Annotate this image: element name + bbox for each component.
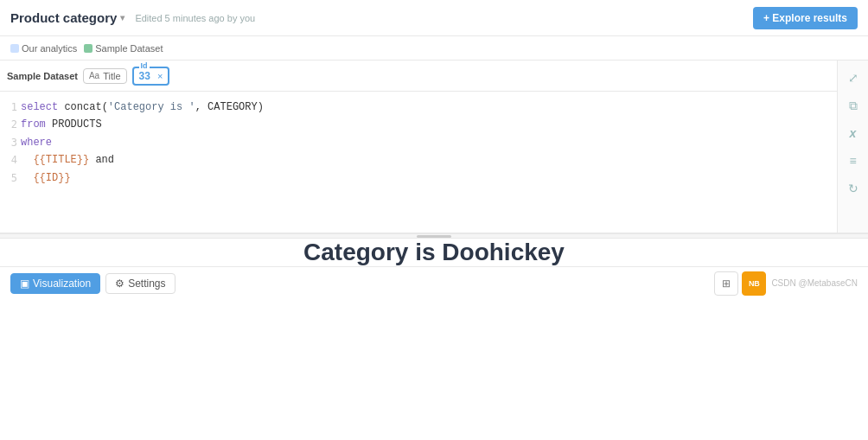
breadcrumb-analytics[interactable]: Our analytics [10,43,77,54]
title-text: Product category [10,10,117,25]
line-num-2: 2 [5,116,17,133]
header: Product category ▾ Edited 5 minutes ago … [0,0,868,36]
sql-line-4: {{TITLE}} and [21,151,830,169]
breadcrumb: Our analytics Sample Dataset [0,36,868,61]
menu-icon[interactable]: ≡ [841,149,865,173]
close-icon[interactable]: × [157,71,163,81]
visualization-button[interactable]: ▣ Visualization [10,273,100,294]
text-filter-icon: Aa [89,71,99,80]
line-numbers: 1 2 3 4 5 [5,99,17,187]
visualization-icon: ▣ [20,277,29,290]
explore-results-button[interactable]: + Explore results [753,7,858,29]
settings-icon: ⚙ [115,277,124,290]
query-area: Sample Dataset Aa Title Id 33 × 1 2 3 4 … [0,61,868,233]
breadcrumb-analytics-label: Our analytics [22,43,77,54]
page-title: Product category ▾ [10,10,124,25]
settings-label: Settings [128,277,165,290]
id-filter-title: Id [139,61,150,70]
nb-button[interactable]: NB [742,271,766,296]
analytics-icon [10,44,19,53]
copy-icon[interactable]: ⧉ [841,93,865,118]
expand-icon[interactable]: ⤢ [841,66,865,90]
right-sidebar: ⤢ ⧉ x ≡ ↻ [837,61,868,233]
watermark: CSDN @MetabaseCN [771,278,858,288]
filter-bar: Sample Dataset Aa Title Id 33 × [0,61,837,92]
header-meta: Edited 5 minutes ago by you [135,13,255,23]
nb-label: NB [749,279,760,288]
sql-line-5: {{ID}} [21,169,830,187]
id-filter-value: 33 [139,70,150,82]
query-content: Sample Dataset Aa Title Id 33 × 1 2 3 4 … [0,61,837,233]
sql-line-3: where [21,134,830,151]
table-view-button[interactable]: ⊞ [714,271,738,296]
text-filter-label: Title [103,71,120,81]
variable-icon[interactable]: x [841,121,865,145]
line-num-4: 4 [5,151,17,169]
chevron-down-icon[interactable]: ▾ [120,13,124,22]
dataset-label: Sample Dataset [7,71,78,81]
line-num-5: 5 [5,169,17,187]
id-filter-pill[interactable]: Id 33 × [132,67,170,86]
text-filter-pill[interactable]: Aa Title [83,68,127,84]
breadcrumb-dataset-label: Sample Dataset [95,43,163,54]
breadcrumb-dataset[interactable]: Sample Dataset [84,43,163,54]
sql-editor[interactable]: 1 2 3 4 5 select concat('Category is ', … [0,92,837,233]
dataset-icon [84,44,93,53]
visualization-label: Visualization [33,277,91,290]
bottom-bar: ▣ Visualization ⚙ Settings ⊞ NB CSDN @Me… [0,266,868,299]
sql-line-1: select concat('Category is ', CATEGORY) [21,99,830,116]
result-area: Category is Doohickey [0,239,868,266]
settings-button[interactable]: ⚙ Settings [105,273,175,294]
bottom-icons: ⊞ NB [714,271,766,296]
sql-line-2: from PRODUCTS [21,116,830,133]
line-num-3: 3 [5,134,17,151]
resize-indicator [417,235,451,238]
line-num-1: 1 [5,99,17,116]
table-icon: ⊞ [722,277,731,290]
result-text: Category is Doohickey [303,239,565,266]
refresh-icon[interactable]: ↻ [841,176,865,201]
